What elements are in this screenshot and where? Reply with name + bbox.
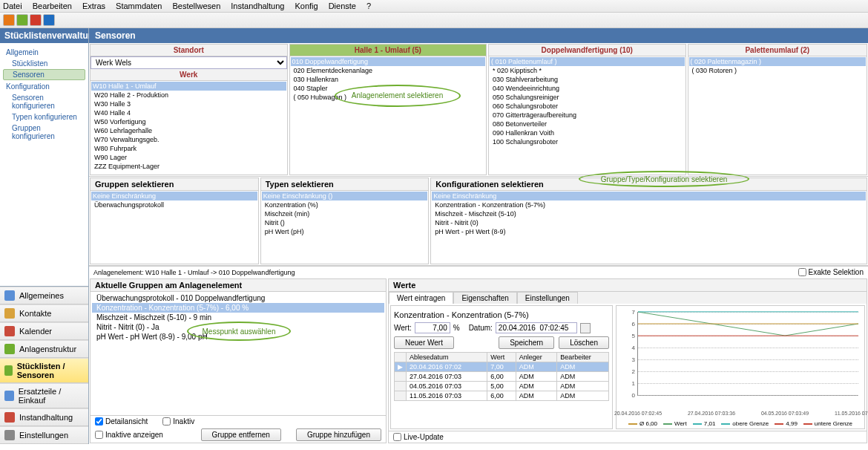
table-row[interactable]: 11.05.2016 07:036,00ADMADM bbox=[395, 391, 609, 401]
list-item[interactable]: Nitrit - Nitrit (0) bbox=[432, 218, 866, 227]
wert-input[interactable] bbox=[415, 322, 450, 333]
toolbar-btn-2[interactable] bbox=[16, 14, 28, 26]
standort-combo[interactable]: Werk Wels bbox=[91, 56, 287, 69]
list-item[interactable]: 090 Hallenkran Voith bbox=[490, 128, 685, 137]
list-item[interactable]: ( 030 Rotoren ) bbox=[689, 66, 866, 75]
menu-help[interactable]: ? bbox=[366, 1, 371, 10]
list-item[interactable]: 100 Schalungsroboter bbox=[490, 137, 685, 146]
table-row[interactable]: 27.04.2016 07:036,00ADMADM bbox=[395, 372, 609, 382]
datepicker-icon[interactable] bbox=[580, 323, 591, 333]
datum-input[interactable] bbox=[496, 322, 577, 333]
btn-save[interactable]: Speichern bbox=[499, 336, 554, 349]
sel-types-body[interactable]: Keine Einschränkung ()Konzentration (%)M… bbox=[261, 191, 429, 264]
list-item[interactable]: ( 010 Palettenumlauf ) bbox=[490, 57, 685, 66]
list-item[interactable]: Nitrit () bbox=[262, 218, 428, 227]
group-row[interactable]: Überwachungsprotokoll - 010 Doppelwandfe… bbox=[92, 293, 384, 303]
panel-body-halle[interactable]: 010 Doppelwandfertigung020 Elementdecken… bbox=[290, 56, 487, 175]
sidebar-bottom-item[interactable]: Kalender bbox=[0, 322, 88, 340]
list-item[interactable]: ( 050 Hubwagen ) bbox=[291, 93, 486, 102]
toolbar-btn-4[interactable] bbox=[43, 14, 55, 26]
list-item[interactable]: Überwachungsprotokoll bbox=[91, 200, 257, 209]
list-item[interactable]: 070 Gitterträgeraufbereitung bbox=[490, 111, 685, 120]
list-item[interactable]: W20 Halle 2 - Produktion bbox=[91, 91, 286, 100]
list-item[interactable]: 030 Stahlverarbeitung bbox=[490, 75, 685, 84]
menu-extras[interactable]: Extras bbox=[82, 1, 105, 10]
table-row[interactable]: 04.05.2016 07:035,00ADMADM bbox=[395, 382, 609, 391]
list-item[interactable]: 020 Elementdeckenanlage bbox=[291, 66, 486, 75]
nav-sensoren-konfig[interactable]: Sensoren konfigurieren bbox=[0, 92, 88, 111]
no-restriction-row[interactable]: Keine Einschränkung () bbox=[262, 192, 428, 200]
tab-einstellungen[interactable]: Einstellungen bbox=[517, 292, 578, 304]
tab-wert-eintragen[interactable]: Wert eintragen bbox=[389, 292, 453, 304]
list-item[interactable]: Mischzeit - Mischzeit (5-10) bbox=[432, 209, 866, 218]
btn-add-group[interactable]: Gruppe hinzufügen bbox=[296, 428, 381, 441]
nav-typen-konfig[interactable]: Typen konfigurieren bbox=[0, 111, 88, 123]
sidebar-bottom-item[interactable]: Anlagenstruktur bbox=[0, 340, 88, 358]
list-item[interactable]: W60 Lehrlagerhalle bbox=[91, 126, 286, 135]
current-groups-list[interactable]: Überwachungsprotokoll - 010 Doppelwandfe… bbox=[91, 292, 386, 415]
list-item[interactable]: 060 Schalungsroboter bbox=[490, 102, 685, 111]
check-detail[interactable]: Detailansicht bbox=[95, 417, 148, 425]
no-restriction-row[interactable]: Keine Einschränkung bbox=[91, 192, 257, 200]
list-item[interactable]: W80 Fuhrpark bbox=[91, 144, 286, 153]
list-item[interactable]: pH Wert - pH Wert (8-9) bbox=[432, 227, 866, 236]
check-inactive[interactable]: Inaktiv bbox=[162, 417, 194, 425]
tab-eigenschaften[interactable]: Eigenschaften bbox=[453, 292, 516, 304]
list-item[interactable]: Konzentration - Konzentration (5-7%) bbox=[432, 200, 866, 209]
btn-delete[interactable]: Löschen bbox=[559, 336, 609, 349]
group-row[interactable]: Konzentration - Konzentration (5-7%) - 6… bbox=[92, 303, 384, 313]
list-item[interactable]: 030 Hallenkran bbox=[291, 75, 486, 84]
check-show-inactive[interactable]: Inaktive anzeigen bbox=[95, 428, 163, 441]
sidebar-bottom-item[interactable]: Ersatzteile / Einkauf bbox=[0, 383, 88, 408]
list-item[interactable]: W10 Halle 1 - Umlauf bbox=[91, 82, 286, 91]
list-item[interactable]: W30 Halle 3 bbox=[91, 100, 286, 108]
list-item[interactable]: 010 Doppelwandfertigung bbox=[291, 57, 486, 66]
sel-configs-body[interactable]: Keine EinschränkungKonzentration - Konze… bbox=[431, 191, 867, 264]
list-item[interactable]: 080 Betonverteiler bbox=[490, 120, 685, 128]
sidebar-bottom-item[interactable]: Kontakte bbox=[0, 304, 88, 322]
btn-new-wert[interactable]: Neuer Wert bbox=[394, 336, 454, 349]
nav-gruppen-konfig[interactable]: Gruppen konfigurieren bbox=[0, 123, 88, 142]
list-item[interactable]: pH Wert (pH) bbox=[262, 227, 428, 236]
panel-body-dwf[interactable]: ( 010 Palettenumlauf )* 020 Kipptisch *0… bbox=[489, 56, 685, 175]
btn-remove-group[interactable]: Gruppe entfernen bbox=[201, 428, 281, 441]
sidebar-bottom-item[interactable]: Instandhaltung bbox=[0, 408, 88, 426]
list-item[interactable]: W70 Verwaltungsgeb. bbox=[91, 135, 286, 144]
nav-stuecklisten[interactable]: Stücklisten bbox=[0, 58, 88, 69]
group-row[interactable]: pH Wert - pH Wert (8-9) - 9,00 pH bbox=[92, 332, 384, 342]
menu-bestellwesen[interactable]: Bestellwesen bbox=[172, 1, 220, 10]
menu-datei[interactable]: Datei bbox=[3, 1, 22, 10]
list-item[interactable]: ( 020 Palettenmagazin ) bbox=[689, 57, 866, 66]
list-item[interactable]: 040 Stapler bbox=[291, 84, 486, 93]
sidebar-bottom-item[interactable]: Stücklisten / Sensoren bbox=[0, 358, 88, 383]
list-item[interactable]: W50 Vorfertigung bbox=[91, 117, 286, 126]
nav-sensoren[interactable]: Sensoren bbox=[3, 69, 85, 80]
list-item[interactable]: 040 Wendeeinrichtung bbox=[490, 84, 685, 93]
sidebar-bottom-item[interactable]: Allgemeines bbox=[0, 287, 88, 304]
list-item[interactable]: Mischzeit (min) bbox=[262, 209, 428, 218]
list-item[interactable]: W90 Lager bbox=[91, 153, 286, 162]
list-item[interactable]: 050 Schalungsreiniger bbox=[490, 93, 685, 102]
group-row[interactable]: Mischzeit - Mischzeit (5-10) - 9 min bbox=[92, 313, 384, 322]
list-item[interactable]: Konzentration (%) bbox=[262, 200, 428, 209]
menu-dienste[interactable]: Dienste bbox=[329, 1, 356, 10]
check-live-update[interactable]: Live-Update bbox=[393, 433, 444, 441]
group-row[interactable]: Nitrit - Nitrit (0) - Ja bbox=[92, 322, 384, 332]
list-item[interactable]: W40 Halle 4 bbox=[91, 108, 286, 117]
toolbar-btn-1[interactable] bbox=[3, 14, 15, 26]
panel-body-pal[interactable]: ( 020 Palettenmagazin )( 030 Rotoren ) bbox=[688, 56, 867, 175]
toolbar-btn-3[interactable] bbox=[30, 14, 42, 26]
table-row[interactable]: ▶20.04.2016 07:027,00ADMADM bbox=[395, 362, 609, 372]
panel-body-standort[interactable]: W10 Halle 1 - UmlaufW20 Halle 2 - Produk… bbox=[91, 81, 287, 175]
list-item[interactable]: * 020 Kipptisch * bbox=[490, 66, 685, 75]
exact-selection-check[interactable]: Exakte Selektion bbox=[798, 268, 864, 276]
list-item[interactable]: ZZZ Equipment-Lager bbox=[91, 162, 286, 171]
menu-konfig[interactable]: Konfig bbox=[295, 1, 318, 10]
menu-bearbeiten[interactable]: Bearbeiten bbox=[33, 1, 72, 10]
no-restriction-row[interactable]: Keine Einschränkung bbox=[432, 192, 866, 200]
sel-groups-body[interactable]: Keine EinschränkungÜberwachungsprotokoll bbox=[91, 191, 258, 264]
sidebar-bottom-item[interactable]: Einstellungen bbox=[0, 426, 88, 444]
menu-stammdaten[interactable]: Stammdaten bbox=[116, 1, 162, 10]
menu-instandhaltung[interactable]: Instandhaltung bbox=[231, 1, 284, 10]
werte-table[interactable]: AblesedatumWertAnlegerBearbeiter ▶20.04.… bbox=[394, 352, 609, 401]
